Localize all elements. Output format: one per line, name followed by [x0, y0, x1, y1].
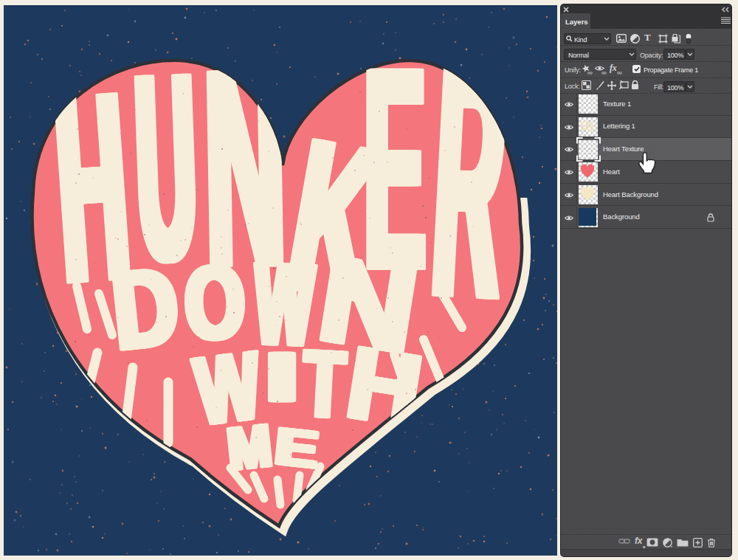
- svg-text:I: I: [267, 338, 302, 415]
- svg-text:D: D: [110, 243, 186, 373]
